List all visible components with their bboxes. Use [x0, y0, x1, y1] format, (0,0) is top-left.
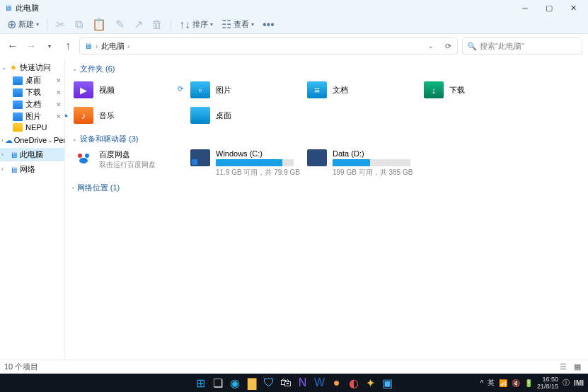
history-button[interactable]: ⌄	[423, 39, 439, 53]
plus-icon: ⊕	[7, 18, 16, 31]
pin-icon: ✕	[56, 101, 62, 108]
folder-桌面[interactable]: 桌面	[188, 103, 304, 127]
search-placeholder: 搜索"此电脑"	[480, 41, 524, 52]
taskbar-edge[interactable]: ◉	[228, 376, 242, 390]
battery-icon[interactable]: 🔋	[524, 379, 533, 387]
chevron-down-icon: ⌄	[428, 42, 434, 50]
sidebar-group-此电脑[interactable]: ›🖥此电脑	[0, 148, 64, 161]
search-input[interactable]: 🔍 搜索"此电脑"	[462, 38, 582, 54]
delete-button[interactable]: 🗑	[149, 17, 166, 33]
section-title: 设备和驱动器 (3)	[80, 134, 139, 144]
sidebar-group-快速访问[interactable]: ⌄★快速访问	[0, 61, 64, 74]
sort-label: 排序	[192, 19, 208, 30]
taskbar-word[interactable]: W	[313, 376, 327, 390]
refresh-button[interactable]: ⟳	[440, 39, 456, 53]
drive-label: Windows (C:)	[216, 149, 301, 158]
folder-label: 音乐	[99, 111, 185, 120]
breadcrumb-location[interactable]: 此电脑	[101, 41, 125, 52]
sidebar-item-桌面[interactable]: 桌面✕	[0, 74, 64, 86]
pc-icon: 🖥	[83, 41, 93, 51]
chevron-down-icon: ▾	[210, 21, 213, 28]
taskbar-app3[interactable]: ✦	[364, 376, 378, 390]
wifi-icon[interactable]: 📶	[499, 379, 507, 387]
tray-chevron-icon[interactable]: ^	[480, 379, 483, 387]
folder-icon: ▫	[190, 81, 210, 98]
view-button[interactable]: ☷ 查看 ▾	[219, 17, 257, 33]
sidebar-item-文档[interactable]: 文档✕	[0, 98, 64, 110]
expand-icon: ⌄	[1, 64, 7, 71]
cut-button[interactable]: ✂	[52, 17, 68, 33]
forward-button[interactable]: →	[24, 39, 38, 53]
paste-button[interactable]: 📋	[89, 17, 109, 33]
share-button[interactable]: ↗	[130, 17, 146, 33]
sidebar-group-label: 网络	[20, 164, 35, 175]
ime-indicator[interactable]: 英	[488, 378, 495, 388]
drive-label: Data (D:)	[333, 149, 418, 158]
sidebar-item-label: 图片	[25, 111, 41, 122]
close-button[interactable]: ✕	[561, 0, 585, 16]
folder-视频[interactable]: ✓▶视频	[71, 78, 188, 102]
minimize-button[interactable]: ─	[513, 0, 537, 16]
notice-icon[interactable]: ⓘ	[563, 378, 570, 388]
toolbar: ⊕ 新建 ▾ ✂ ⧉ 📋 ✎ ↗ 🗑 ↑↓ 排序 ▾ ☷ 查看 ▾ •••	[0, 16, 588, 34]
sidebar-item-NEPU[interactable]: NEPU	[0, 122, 64, 132]
drive-Windows (C:)[interactable]: Windows (C:)11.9 GB 可用，共 79.9 GB	[188, 148, 304, 176]
title-bar: 🖥 此电脑 ─ ▢ ✕	[0, 0, 588, 16]
copy-button[interactable]: ⧉	[71, 17, 86, 33]
section-header[interactable]: ⌄设备和驱动器 (3)	[71, 131, 582, 147]
expand-icon: ›	[72, 185, 74, 191]
drive-label: 百度网盘	[99, 149, 185, 160]
folder-图片[interactable]: ⟳▫图片	[188, 78, 304, 102]
taskbar-onenote[interactable]: N	[296, 376, 310, 390]
pc-icon: 🖥	[8, 165, 18, 175]
sidebar-group-网络[interactable]: ›🖥网络	[0, 163, 64, 176]
folder-下载[interactable]: ↓下载	[421, 78, 538, 102]
address-bar[interactable]: 🖥 › 此电脑 › ⌄ ⟳	[79, 38, 458, 54]
taskbar-app4[interactable]: ▣	[381, 376, 395, 390]
volume-icon[interactable]: 🔇	[512, 379, 520, 387]
folder-音乐[interactable]: ☁♪音乐	[71, 103, 188, 127]
section-header[interactable]: ⌄文件夹 (6)	[71, 61, 582, 77]
status-text: 10 个项目	[4, 362, 38, 372]
body: ⌄★快速访问桌面✕下载✕文档✕图片✕NEPU›☁OneDrive - Perso…	[0, 58, 588, 359]
clock[interactable]: 16:50 21/8/15	[537, 376, 558, 390]
sidebar-item-下载[interactable]: 下载✕	[0, 86, 64, 98]
taskbar-app1[interactable]: ●	[330, 376, 344, 390]
pc-icon: 🖥	[8, 150, 18, 160]
section-header[interactable]: ›网络位置 (1)	[71, 180, 582, 196]
capacity-text: 199 GB 可用，共 385 GB	[333, 168, 418, 178]
new-button[interactable]: ⊕ 新建 ▾	[4, 17, 42, 33]
sort-button[interactable]: ↑↓ 排序 ▾	[176, 17, 216, 33]
drive-百度网盘[interactable]: 百度网盘双击运行百度网盘	[71, 148, 188, 176]
taskbar-app2[interactable]: ◐	[347, 376, 361, 390]
view-tiles-button[interactable]: ▦	[571, 362, 584, 373]
taskbar-security[interactable]: 🛡	[262, 376, 276, 390]
drive-Data (D:)[interactable]: Data (D:)199 GB 可用，共 385 GB	[304, 148, 421, 176]
sidebar-item-图片[interactable]: 图片✕	[0, 110, 64, 122]
taskbar-store[interactable]: 🛍	[279, 376, 293, 390]
taskbar-start[interactable]: ⊞	[194, 376, 208, 390]
arrow-up-icon: ↑	[65, 40, 71, 52]
folder-icon	[13, 123, 23, 132]
up-button[interactable]: ↑	[61, 39, 75, 53]
maximize-button[interactable]: ▢	[537, 0, 561, 16]
refresh-icon: ⟳	[445, 42, 451, 51]
back-button[interactable]: ←	[6, 39, 20, 53]
sidebar-group-OneDrive - Persona[interactable]: ›☁OneDrive - Persona	[0, 134, 64, 146]
sidebar-item-label: 文档	[25, 99, 41, 110]
tiles-icon: ▦	[574, 362, 581, 371]
folder-icon	[13, 113, 23, 121]
taskbar-explorer[interactable]: ▇	[245, 376, 259, 390]
separator	[171, 19, 171, 30]
expand-icon: ⌄	[72, 66, 77, 72]
rename-button[interactable]: ✎	[112, 17, 127, 33]
system-tray[interactable]: ^ 英 📶 🔇 🔋 16:50 21/8/15 ⓘ IMI	[480, 376, 584, 390]
folder-文档[interactable]: ≡文档	[304, 78, 421, 102]
chevron-down-icon: ▾	[48, 43, 51, 50]
more-button[interactable]: •••	[260, 17, 277, 33]
recent-button[interactable]: ▾	[42, 39, 57, 53]
folder-label: 文档	[333, 86, 418, 95]
taskbar-task-view[interactable]: ❏	[211, 376, 225, 390]
view-details-button[interactable]: ☰	[557, 362, 570, 373]
rename-icon: ✎	[115, 18, 125, 31]
